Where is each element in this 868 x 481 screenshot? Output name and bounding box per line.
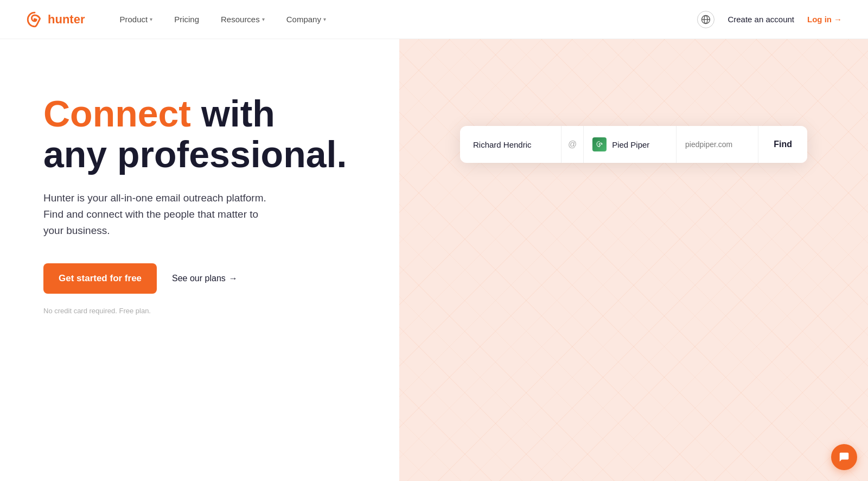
pied-piper-logo-icon: [596, 141, 603, 148]
hero-right-panel: Richard Hendric @ Pied Piper piedpiper.c…: [399, 39, 868, 481]
nav-company[interactable]: Company ▾: [278, 10, 335, 28]
logo-text: hunter: [48, 12, 85, 27]
get-started-button[interactable]: Get started for free: [43, 263, 157, 294]
hero-title-highlight: Connect: [43, 93, 191, 134]
resources-chevron-icon: ▾: [262, 16, 265, 22]
svg-point-0: [34, 18, 36, 21]
find-button[interactable]: Find: [758, 126, 807, 163]
see-plans-link[interactable]: See our plans →: [172, 274, 238, 283]
logo-icon: [26, 11, 43, 28]
at-symbol: @: [561, 126, 584, 163]
finder-domain-field[interactable]: piedpiper.com: [676, 126, 758, 163]
company-logo: [592, 137, 607, 151]
navbar: hunter Product ▾ Pricing Resources ▾ Com…: [0, 0, 868, 39]
main-layout: Connect withany professional. Hunter is …: [0, 39, 868, 481]
nav-product[interactable]: Product ▾: [111, 10, 161, 28]
cta-row: Get started for free See our plans →: [43, 263, 373, 294]
hero-subtitle: Hunter is your all-in-one email outreach…: [43, 190, 326, 239]
product-chevron-icon: ▾: [150, 16, 152, 22]
create-account-button[interactable]: Create an account: [727, 15, 794, 24]
email-finder-card: Richard Hendric @ Pied Piper piedpiper.c…: [460, 126, 807, 163]
hero-title: Connect withany professional.: [43, 93, 373, 175]
login-button[interactable]: Log in →: [807, 15, 842, 24]
nav-right: Create an account Log in →: [697, 11, 842, 28]
nav-links: Product ▾ Pricing Resources ▾ Company ▾: [111, 10, 697, 28]
logo-link[interactable]: hunter: [26, 11, 85, 28]
finder-name-field[interactable]: Richard Hendric: [460, 126, 561, 163]
company-chevron-icon: ▾: [323, 16, 326, 22]
globe-icon: [701, 15, 711, 24]
nav-pricing[interactable]: Pricing: [165, 10, 208, 28]
company-name-text: Pied Piper: [612, 140, 649, 149]
no-credit-card-text: No credit card required. Free plan.: [43, 307, 373, 315]
hero-section: Connect withany professional. Hunter is …: [0, 39, 399, 481]
nav-resources[interactable]: Resources ▾: [212, 10, 273, 28]
chat-support-button[interactable]: [831, 444, 857, 470]
finder-company-field[interactable]: Pied Piper: [584, 126, 676, 163]
language-button[interactable]: [697, 11, 714, 28]
chat-icon: [838, 451, 850, 463]
